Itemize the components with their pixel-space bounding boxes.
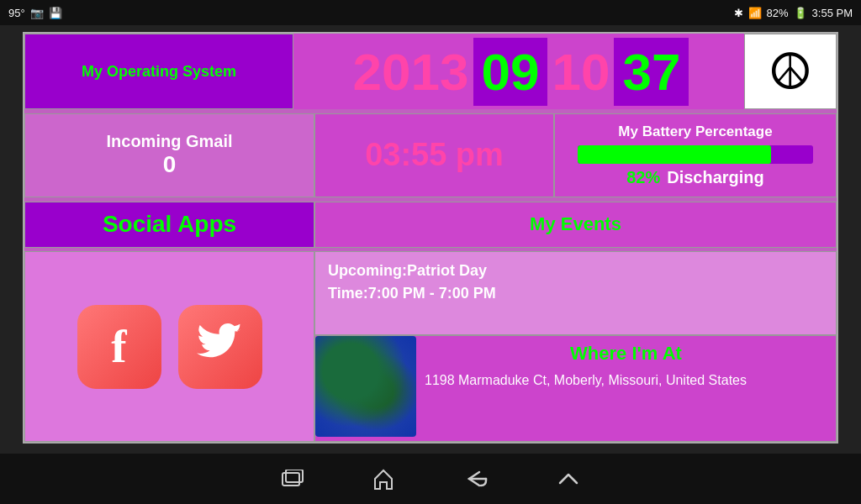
os-label: My Operating System [82, 63, 236, 81]
second-row: Incoming Gmail 0 03:55 pm My Battery Per… [24, 113, 837, 197]
peace-symbol: ☮ [768, 42, 813, 101]
gmail-count: 0 [163, 151, 177, 178]
screenshot-icon: 📷 [30, 7, 44, 19]
clock-status: 3:55 PM [812, 7, 853, 19]
status-left: 95° 📷 💾 [8, 7, 62, 19]
twitter-icon[interactable] [178, 305, 262, 389]
fourth-row: f Upcoming:Patriot Day Time:7:00 PM - 7:… [24, 251, 837, 442]
event-upcoming: Upcoming:Patriot Day [328, 262, 823, 280]
events-header: My Events [530, 213, 621, 235]
recents-button[interactable] [281, 470, 304, 488]
top-row: My Operating System 2013 09 10 37 ☮ [24, 34, 837, 109]
battery-pct-display: 82% [626, 168, 660, 187]
nav-bar [0, 454, 861, 504]
facebook-icon[interactable]: f [77, 305, 161, 389]
location-cell: Where I'm At 1198 Marmaduke Ct, Moberly,… [314, 335, 837, 442]
back-button[interactable] [462, 469, 489, 489]
status-right: ✱ 📶 82% 🔋 3:55 PM [734, 7, 853, 19]
third-row: Social Apps My Events [24, 202, 837, 248]
year-display: 2013 [349, 42, 473, 102]
gmail-cell[interactable]: Incoming Gmail 0 [24, 113, 314, 197]
save-icon: 💾 [49, 7, 62, 19]
battery-cell: My Battery Percentage 82% Discharging [554, 113, 837, 197]
events-header-cell: My Events [314, 202, 837, 248]
month-display: 09 [473, 38, 548, 106]
date-display: 2013 09 10 37 [293, 34, 744, 109]
os-label-cell: My Operating System [24, 34, 293, 109]
peace-cell: ☮ [744, 34, 837, 109]
event-time: Time:7:00 PM - 7:00 PM [328, 285, 823, 302]
events-detail-cell: Upcoming:Patriot Day Time:7:00 PM - 7:00… [314, 251, 837, 335]
temp-indicator: 95° [8, 7, 25, 19]
main-area: My Operating System 2013 09 10 37 ☮ Inco… [0, 25, 861, 454]
social-icons-cell: f [24, 251, 314, 442]
globe-inner [315, 336, 416, 437]
day-display: 10 [547, 42, 614, 102]
battery-status-row: 82% Discharging [626, 168, 764, 187]
gmail-title: Incoming Gmail [106, 132, 232, 151]
location-address: 1198 Marmaduke Ct, Moberly, Missouri, Un… [425, 373, 827, 388]
location-text-area: Where I'm At 1198 Marmaduke Ct, Moberly,… [416, 336, 836, 441]
globe-image [315, 336, 416, 437]
home-button[interactable] [372, 467, 395, 491]
social-label: Social Apps [103, 211, 236, 238]
events-location-col: Upcoming:Patriot Day Time:7:00 PM - 7:00… [314, 251, 837, 442]
clock-display: 03:55 pm [365, 137, 504, 173]
up-button[interactable] [557, 471, 580, 486]
bluetooth-icon: ✱ [734, 7, 743, 19]
battery-bar-fill [578, 145, 771, 164]
battery-status-text: Discharging [667, 168, 764, 187]
time-cell: 03:55 pm [314, 113, 554, 197]
battery-bar-bg [578, 145, 813, 164]
social-label-cell: Social Apps [24, 202, 314, 248]
wifi-icon: 📶 [748, 7, 762, 19]
battery-icon: 🔋 [794, 7, 807, 19]
status-bar: 95° 📷 💾 ✱ 📶 82% 🔋 3:55 PM [0, 0, 861, 25]
hour-display: 37 [614, 38, 689, 106]
battery-title: My Battery Percentage [618, 123, 772, 140]
battery-pct-label: 82% [767, 7, 789, 19]
widget-container: My Operating System 2013 09 10 37 ☮ Inco… [23, 32, 838, 444]
where-at-title: Where I'm At [425, 343, 827, 365]
